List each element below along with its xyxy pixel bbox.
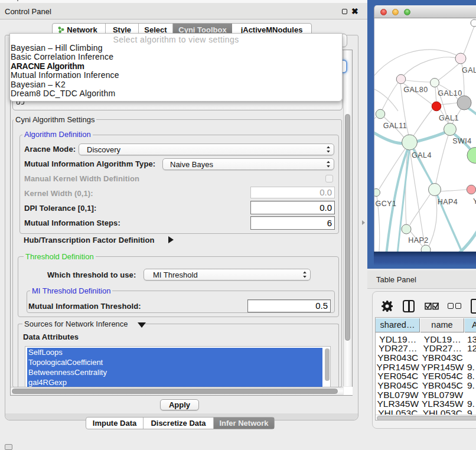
svg-text:SWI4: SWI4 <box>452 137 472 145</box>
svg-text:GAL80: GAL80 <box>403 86 428 94</box>
svg-text:GAL4: GAL4 <box>412 151 432 159</box>
svg-text:GCY1: GCY1 <box>375 200 396 208</box>
svg-text:GAL10: GAL10 <box>438 89 462 97</box>
svg-text:GAL11: GAL11 <box>383 122 407 130</box>
svg-text:GAL1: GAL1 <box>439 114 459 122</box>
svg-text:Y: Y <box>473 197 476 206</box>
svg-text:HAP2: HAP2 <box>408 236 429 244</box>
svg-text:HAP4: HAP4 <box>438 198 458 206</box>
svg-text:GAL7: GAL7 <box>462 66 476 74</box>
